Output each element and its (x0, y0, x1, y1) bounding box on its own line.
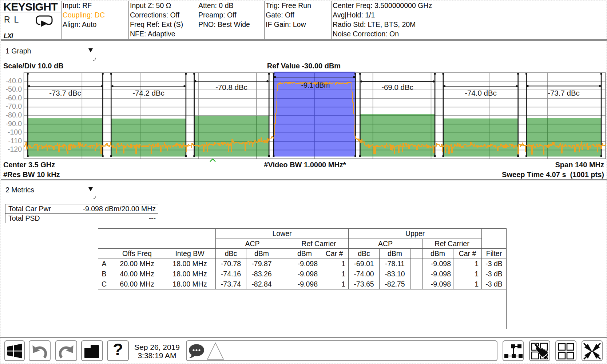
svg-text:-73.7 dBc: -73.7 dBc (548, 89, 580, 97)
svg-text:-9.1 dBm: -9.1 dBm (301, 81, 330, 89)
svg-text:-74.0 dBc: -74.0 dBc (465, 89, 497, 97)
svg-text:-74.2 dBc: -74.2 dBc (132, 89, 164, 97)
svg-text:-73.7 dBc: -73.7 dBc (49, 89, 81, 97)
svg-text:-70.8 dBc: -70.8 dBc (215, 83, 247, 91)
svg-text:-69.0 dBc: -69.0 dBc (381, 83, 413, 91)
